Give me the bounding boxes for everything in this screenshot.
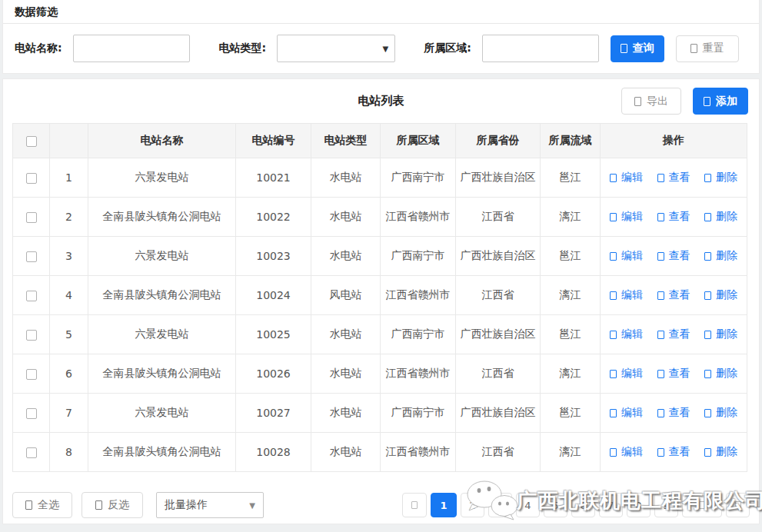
delete-link[interactable]: 删除 <box>704 249 737 263</box>
view-link[interactable]: 查看 <box>657 367 690 381</box>
edit-link[interactable]: 编辑 <box>610 367 643 381</box>
station-code-cell: 10023 <box>236 237 311 276</box>
station-name-cell: 六景发电站 <box>88 237 236 276</box>
view-link[interactable]: 查看 <box>657 328 690 341</box>
province-cell: 江西省 <box>456 354 541 394</box>
select-all-button[interactable]: 全选 <box>12 492 72 518</box>
row-checkbox[interactable] <box>26 330 37 341</box>
delete-link-label: 删除 <box>716 328 737 341</box>
delete-icon <box>704 252 711 261</box>
view-link-label: 查看 <box>669 249 690 263</box>
region-cell: 江西省赣州市 <box>381 354 456 394</box>
edit-link-label: 编辑 <box>621 210 643 224</box>
last-page-icon <box>735 501 741 509</box>
delete-icon <box>704 213 711 221</box>
page-button-3[interactable]: 3 <box>488 493 512 517</box>
station-name-input[interactable] <box>73 35 190 62</box>
row-checkbox[interactable] <box>26 369 37 380</box>
station-code-cell: 10021 <box>236 158 311 198</box>
edit-icon <box>610 291 617 300</box>
edit-link[interactable]: 编辑 <box>610 328 643 341</box>
add-button-label: 添加 <box>716 95 737 108</box>
export-button[interactable]: 导出 <box>621 88 681 115</box>
basin-cell: 漓江 <box>541 198 601 237</box>
view-link-label: 查看 <box>669 288 690 302</box>
edit-link[interactable]: 编辑 <box>610 406 643 420</box>
region-cell: 江西省赣州市 <box>381 433 456 472</box>
row-checkbox[interactable] <box>26 212 37 223</box>
edit-link[interactable]: 编辑 <box>610 249 643 263</box>
search-icon <box>621 44 627 53</box>
page-button-9[interactable]: 9 <box>654 493 678 517</box>
delete-link[interactable]: 删除 <box>704 288 737 302</box>
view-link[interactable]: 查看 <box>657 406 690 420</box>
view-link[interactable]: 查看 <box>657 249 690 263</box>
reset-button[interactable]: 重置 <box>676 35 739 62</box>
view-icon <box>657 252 664 261</box>
select-all-checkbox[interactable] <box>26 136 37 147</box>
page-button-1[interactable]: 1 <box>431 493 457 517</box>
page-button-4[interactable]: 4 <box>516 493 540 517</box>
delete-link[interactable]: 删除 <box>704 367 737 381</box>
edit-link[interactable]: 编辑 <box>610 171 643 185</box>
view-link[interactable]: 查看 <box>657 288 690 302</box>
region-input[interactable] <box>482 35 599 62</box>
edit-link[interactable]: 编辑 <box>610 288 643 302</box>
row-index: 4 <box>50 276 88 315</box>
batch-action-select[interactable]: 批量操作 ▼ <box>156 492 264 518</box>
page-button-8[interactable]: 8 <box>627 493 651 517</box>
station-name-cell: 全南县陂头镇角公洞电站 <box>88 276 236 315</box>
table-row: 5六景发电站10025水电站广西南宁市广西壮族自治区邕江编辑查看删除 <box>13 315 747 354</box>
add-button[interactable]: 添加 <box>693 88 748 115</box>
station-type-cell: 水电站 <box>311 394 381 433</box>
table-row: 1六景发电站10021水电站广西南宁市广西壮族自治区邕江编辑查看删除 <box>13 158 747 198</box>
view-link-label: 查看 <box>669 445 690 459</box>
page-button-2[interactable]: 2 <box>461 493 484 517</box>
station-type-cell: 水电站 <box>311 354 381 394</box>
view-link-label: 查看 <box>669 367 690 381</box>
edit-link[interactable]: 编辑 <box>610 210 643 224</box>
invert-select-button[interactable]: 反选 <box>82 492 143 518</box>
edit-icon <box>610 331 617 339</box>
station-type-select[interactable]: ▼ <box>277 35 395 62</box>
delete-link-label: 删除 <box>716 288 737 302</box>
delete-link[interactable]: 删除 <box>704 328 737 341</box>
prev-page-button[interactable] <box>402 493 427 517</box>
row-index: 7 <box>50 394 88 433</box>
delete-link[interactable]: 删除 <box>704 406 737 420</box>
page-button-7[interactable]: 7 <box>599 493 623 517</box>
station-code-cell: 10028 <box>236 433 311 472</box>
row-checkbox[interactable] <box>26 251 37 262</box>
query-button[interactable]: 查询 <box>611 35 664 62</box>
page-button-5[interactable]: 5 <box>544 493 567 517</box>
row-checkbox[interactable] <box>26 447 37 458</box>
view-link[interactable]: 查看 <box>657 171 690 185</box>
row-checkbox[interactable] <box>26 408 37 419</box>
delete-icon <box>704 174 711 182</box>
station-code-cell: 10025 <box>236 315 311 354</box>
region-cell: 广西南宁市 <box>381 158 456 198</box>
plus-icon <box>704 97 710 106</box>
check-icon <box>25 500 32 510</box>
row-checkbox[interactable] <box>26 291 37 301</box>
view-link[interactable]: 查看 <box>657 210 690 224</box>
view-link[interactable]: 查看 <box>657 445 690 459</box>
delete-link[interactable]: 删除 <box>704 210 737 224</box>
edit-link-label: 编辑 <box>621 171 643 185</box>
edit-link[interactable]: 编辑 <box>610 445 643 459</box>
edit-icon <box>610 252 617 261</box>
table-row: 2全南县陂头镇角公洞电站10022水电站江西省赣州市江西省漓江编辑查看删除 <box>13 198 747 237</box>
next-page-button[interactable] <box>682 493 722 517</box>
view-link-label: 查看 <box>669 328 690 341</box>
delete-icon <box>704 448 711 457</box>
region-cell: 广西南宁市 <box>381 394 456 433</box>
delete-link[interactable]: 删除 <box>704 171 737 185</box>
reset-icon <box>690 44 697 53</box>
row-index: 5 <box>50 315 88 354</box>
delete-link[interactable]: 删除 <box>704 445 737 459</box>
row-checkbox[interactable] <box>26 173 37 184</box>
last-page-button[interactable] <box>726 493 750 517</box>
province-cell: 广西壮族自治区 <box>456 315 541 354</box>
page-button-6[interactable]: 6 <box>571 493 595 517</box>
query-button-label: 查询 <box>633 42 654 55</box>
